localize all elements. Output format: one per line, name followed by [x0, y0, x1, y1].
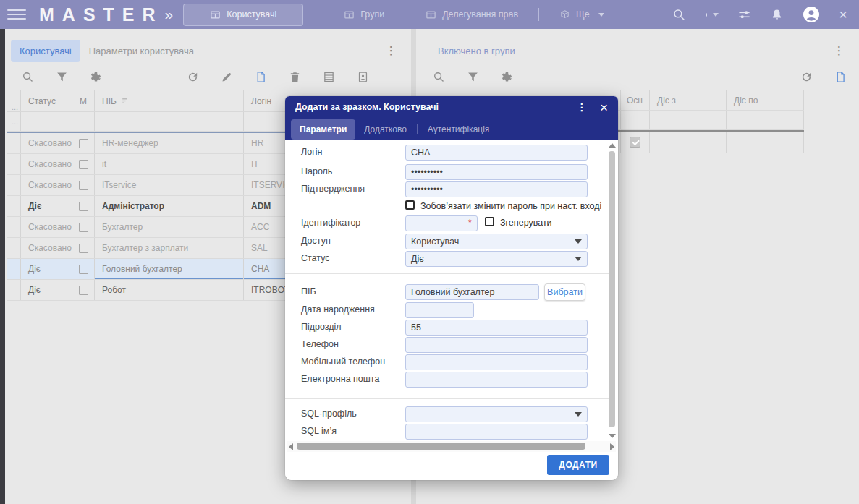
scroll-right-icon[interactable]: [610, 443, 614, 450]
column-header-m[interactable]: М: [72, 90, 95, 111]
filter-icon[interactable]: [467, 71, 479, 83]
filter-osn[interactable]: [621, 111, 650, 129]
refresh-icon[interactable]: [187, 71, 199, 83]
access-label: Доступ: [301, 236, 331, 246]
row-checkbox[interactable]: [79, 286, 88, 295]
list-icon[interactable]: [323, 71, 335, 83]
cell-status: Скасовано: [21, 238, 72, 258]
tab-authentication[interactable]: Аутентифікація: [419, 119, 499, 140]
pib-field[interactable]: [405, 284, 539, 300]
force-change-checkbox[interactable]: [405, 200, 415, 210]
gear-icon[interactable]: [90, 71, 102, 83]
mobile-label: Мобільний телефон: [301, 356, 385, 367]
row-checkbox[interactable]: [79, 223, 88, 232]
scroll-down-icon[interactable]: [609, 434, 616, 438]
row-checkbox[interactable]: [79, 265, 88, 274]
topbar-tab-groups[interactable]: Групи: [334, 4, 394, 26]
password-field[interactable]: [405, 164, 588, 180]
cell-name: Бухгалтер: [95, 217, 244, 237]
column-header-osn[interactable]: Осн: [621, 90, 650, 110]
tab-included-in-groups[interactable]: Включено в групи: [429, 40, 524, 62]
avatar[interactable]: [803, 6, 820, 23]
confirm-password-field[interactable]: [405, 181, 588, 197]
tune-icon[interactable]: [737, 8, 751, 22]
app-logo: MASTER: [39, 4, 164, 25]
filter-pib[interactable]: [95, 112, 244, 131]
checkbox-checked[interactable]: [630, 137, 640, 148]
access-select[interactable]: Користувач: [405, 234, 588, 249]
column-header-to[interactable]: Діє по: [727, 90, 804, 110]
tab-user-parameters[interactable]: Параметри користувача: [80, 40, 203, 62]
scroll-up-icon[interactable]: [609, 143, 616, 148]
sql-name-field[interactable]: [405, 424, 588, 440]
close-icon[interactable]: ×: [839, 7, 847, 22]
search-icon[interactable]: [22, 71, 34, 83]
gutter-column-header: ...: [7, 90, 21, 111]
birth-date-field[interactable]: [405, 302, 474, 318]
row-checkbox[interactable]: [79, 160, 88, 169]
user-card-icon[interactable]: [357, 71, 369, 83]
kebab-menu-icon[interactable]: ⋮: [570, 101, 594, 113]
pause-icon[interactable]: [705, 8, 719, 22]
cell-status: Скасовано: [21, 175, 72, 195]
department-field[interactable]: [405, 320, 588, 336]
scrollbar-thumb[interactable]: [297, 443, 585, 450]
kebab-menu-icon[interactable]: ⋮: [829, 43, 849, 59]
kebab-menu-icon[interactable]: ⋮: [381, 43, 401, 59]
chevrons-icon: »: [165, 6, 174, 23]
hamburger-menu-icon[interactable]: [7, 5, 26, 24]
status-select[interactable]: Діє: [405, 251, 588, 267]
add-button[interactable]: ДОДАТИ: [547, 455, 609, 475]
row-checkbox[interactable]: [79, 139, 88, 148]
add-document-icon[interactable]: [255, 71, 267, 83]
window-edge: [0, 29, 5, 504]
row-checkbox[interactable]: [79, 202, 88, 211]
filter-icon[interactable]: [56, 71, 68, 83]
dialog-header: Додати за зразком. Користувачі ⋮ ×: [285, 96, 618, 118]
cell-status: Скасовано: [21, 217, 72, 237]
filter-m[interactable]: [72, 112, 95, 131]
gear-icon[interactable]: [501, 71, 513, 83]
tab-parameters[interactable]: Параметри: [291, 119, 355, 140]
mobile-field[interactable]: [405, 354, 588, 370]
scrollbar-thumb[interactable]: [609, 151, 615, 427]
topbar-tab-more[interactable]: Ще: [549, 4, 614, 26]
topbar-tab-users[interactable]: Користувачі: [183, 4, 303, 26]
column-header-status[interactable]: Статус: [21, 90, 72, 111]
login-field[interactable]: [405, 145, 588, 161]
horizontal-scrollbar[interactable]: [287, 441, 616, 452]
status-label: Статус: [301, 253, 330, 263]
filter-from[interactable]: [650, 111, 727, 129]
scroll-left-icon[interactable]: [289, 443, 293, 450]
cell-status: Скасовано: [21, 133, 72, 153]
row-checkbox[interactable]: [79, 244, 88, 253]
sql-profile-select[interactable]: [405, 406, 588, 422]
phone-field[interactable]: [405, 337, 588, 353]
dialog-footer: ДОДАТИ: [285, 452, 618, 480]
column-header-from[interactable]: Діє з: [650, 90, 727, 110]
filter-to[interactable]: [727, 111, 804, 129]
column-header-pib[interactable]: ПІБ: [95, 90, 244, 111]
bell-icon[interactable]: [770, 8, 784, 22]
generate-checkbox[interactable]: [485, 217, 494, 226]
close-icon[interactable]: ×: [600, 101, 608, 114]
dialog-tabs: Параметри Додатково Аутентифікація: [285, 118, 618, 140]
identifier-label: Ідентифікатор: [301, 218, 360, 228]
identifier-field[interactable]: [405, 215, 478, 231]
vertical-scrollbar[interactable]: [607, 142, 617, 440]
add-document-icon[interactable]: [834, 71, 847, 83]
cell-to: [727, 132, 804, 153]
phone-label: Телефон: [301, 339, 339, 349]
delete-icon[interactable]: [289, 71, 301, 83]
email-field[interactable]: [405, 372, 588, 388]
row-checkbox[interactable]: [79, 181, 88, 190]
tab-additional[interactable]: Додатково: [355, 119, 415, 140]
tab-users[interactable]: Користувачі: [11, 40, 80, 62]
topbar-tab-delegation[interactable]: Делегування прав: [415, 4, 528, 26]
refresh-icon[interactable]: [800, 71, 813, 83]
search-icon[interactable]: [433, 71, 445, 83]
choose-button[interactable]: Вибрати: [544, 283, 585, 301]
search-icon[interactable]: [672, 8, 686, 22]
edit-icon[interactable]: [221, 71, 233, 83]
filter-status[interactable]: [21, 112, 72, 131]
